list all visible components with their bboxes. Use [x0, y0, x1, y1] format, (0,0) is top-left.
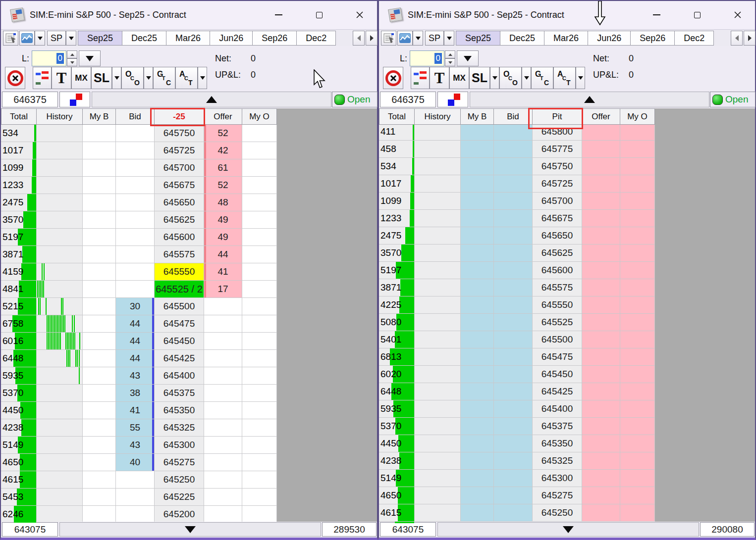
my-bid-cell[interactable]: [83, 177, 116, 194]
my-offer-cell[interactable]: [620, 400, 655, 418]
my-bid-cell[interactable]: [83, 437, 116, 454]
properties-button[interactable]: [381, 31, 396, 46]
my-offer-cell[interactable]: [620, 193, 655, 210]
offer-cell[interactable]: [582, 452, 620, 470]
price-cell[interactable]: 645325: [155, 419, 204, 437]
my-offer-cell[interactable]: [620, 348, 655, 366]
offer-cell[interactable]: [582, 227, 620, 245]
offer-cell[interactable]: [582, 314, 620, 331]
offer-cell[interactable]: [582, 418, 620, 435]
order-type-button-sl[interactable]: SL: [91, 67, 112, 89]
offer-cell[interactable]: 49: [204, 211, 242, 229]
my-offer-cell[interactable]: [620, 175, 655, 193]
my-bid-cell[interactable]: [83, 333, 116, 350]
price-cell[interactable]: 645375: [533, 418, 582, 435]
price-cell[interactable]: 645550: [533, 296, 582, 314]
price-cell[interactable]: 645450: [155, 333, 204, 350]
bid-cell[interactable]: [494, 383, 533, 400]
my-offer-cell[interactable]: [242, 402, 277, 419]
price-cell[interactable]: 645675: [155, 177, 204, 194]
price-cell[interactable]: 645400: [155, 367, 204, 385]
order-type-dropdown-oco[interactable]: [144, 67, 153, 89]
my-offer-cell[interactable]: [620, 125, 655, 141]
my-bid-cell[interactable]: [83, 263, 116, 281]
order-type-dropdown-act[interactable]: [576, 67, 585, 89]
my-bid-cell[interactable]: [461, 331, 494, 348]
my-offer-cell[interactable]: [620, 141, 655, 158]
tab-dec25[interactable]: Dec25: [122, 31, 166, 46]
offer-cell[interactable]: [204, 350, 242, 367]
sp-button[interactable]: SP: [425, 31, 444, 46]
bid-cell[interactable]: [494, 487, 533, 504]
price-cell[interactable]: 645500: [155, 298, 204, 315]
my-bid-cell[interactable]: [83, 159, 116, 177]
offer-cell[interactable]: [582, 141, 620, 158]
tab-sep26[interactable]: Sep26: [253, 31, 297, 46]
bid-cell[interactable]: [494, 210, 533, 227]
my-offer-cell[interactable]: [242, 419, 277, 437]
offer-cell[interactable]: [204, 471, 242, 489]
offer-cell[interactable]: [204, 419, 242, 437]
bid-cell[interactable]: [494, 366, 533, 383]
my-bid-cell[interactable]: [461, 470, 494, 487]
column-header-bid[interactable]: Bid: [116, 108, 155, 125]
my-offer-cell[interactable]: [620, 383, 655, 400]
my-bid-cell[interactable]: [461, 452, 494, 470]
tab-jun26[interactable]: Jun26: [210, 31, 253, 46]
price-cell[interactable]: 645600: [155, 229, 204, 246]
my-offer-cell[interactable]: [620, 158, 655, 175]
price-cell[interactable]: 645275: [533, 487, 582, 504]
recenter-down-track[interactable]: [59, 522, 321, 537]
bid-cell[interactable]: [494, 141, 533, 158]
price-cell[interactable]: 645775: [533, 141, 582, 158]
offer-cell[interactable]: [582, 296, 620, 314]
my-offer-cell[interactable]: [242, 437, 277, 454]
my-offer-cell[interactable]: [242, 454, 277, 471]
lots-dropdown[interactable]: [79, 50, 101, 66]
order-type-button-oco[interactable]: OCO: [499, 67, 522, 89]
my-bid-cell[interactable]: [83, 194, 116, 211]
tab-dec25[interactable]: Dec25: [500, 31, 544, 46]
bid-cell[interactable]: [494, 125, 533, 141]
my-bid-cell[interactable]: [461, 383, 494, 400]
price-cell[interactable]: 645575: [533, 279, 582, 296]
order-type-button-act[interactable]: ACT: [553, 67, 576, 89]
lots-input[interactable]: 0: [32, 50, 66, 66]
price-cell[interactable]: 645300: [533, 470, 582, 487]
my-bid-cell[interactable]: [461, 158, 494, 175]
properties-button[interactable]: [3, 31, 18, 46]
column-header-history[interactable]: History: [415, 108, 461, 125]
offer-cell[interactable]: 61: [204, 159, 242, 177]
price-cell[interactable]: 645250: [155, 471, 204, 489]
my-offer-cell[interactable]: [242, 489, 277, 506]
my-bid-cell[interactable]: [83, 246, 116, 263]
order-type-button-t[interactable]: T: [52, 67, 71, 89]
my-bid-cell[interactable]: [461, 193, 494, 210]
lots-input[interactable]: 0: [410, 50, 444, 66]
order-type-button-sl[interactable]: SL: [469, 67, 490, 89]
offer-cell[interactable]: [582, 487, 620, 504]
offer-cell[interactable]: [582, 366, 620, 383]
column-header-history[interactable]: History: [37, 108, 83, 125]
price-cell[interactable]: 645625: [155, 211, 204, 229]
my-offer-cell[interactable]: [242, 385, 277, 402]
my-bid-cell[interactable]: [83, 315, 116, 333]
bid-cell[interactable]: 55: [116, 419, 155, 437]
market-depth-button[interactable]: [33, 67, 52, 89]
price-cell[interactable]: 645525 / 2: [155, 281, 204, 298]
price-cell[interactable]: 645725: [533, 175, 582, 193]
recenter-down-track[interactable]: [437, 522, 699, 537]
bid-cell[interactable]: [116, 142, 155, 159]
my-offer-cell[interactable]: [620, 262, 655, 279]
column-header-my-b[interactable]: My B: [83, 108, 116, 125]
offer-cell[interactable]: [204, 454, 242, 471]
my-bid-cell[interactable]: [461, 210, 494, 227]
bid-cell[interactable]: 41: [116, 402, 155, 419]
bid-cell[interactable]: [494, 296, 533, 314]
bid-cell[interactable]: [494, 314, 533, 331]
offer-cell[interactable]: 17: [204, 281, 242, 298]
my-offer-cell[interactable]: [620, 435, 655, 452]
order-type-button-oco[interactable]: OCO: [121, 67, 144, 89]
minimize-button[interactable]: [268, 5, 289, 24]
bid-cell[interactable]: [494, 262, 533, 279]
